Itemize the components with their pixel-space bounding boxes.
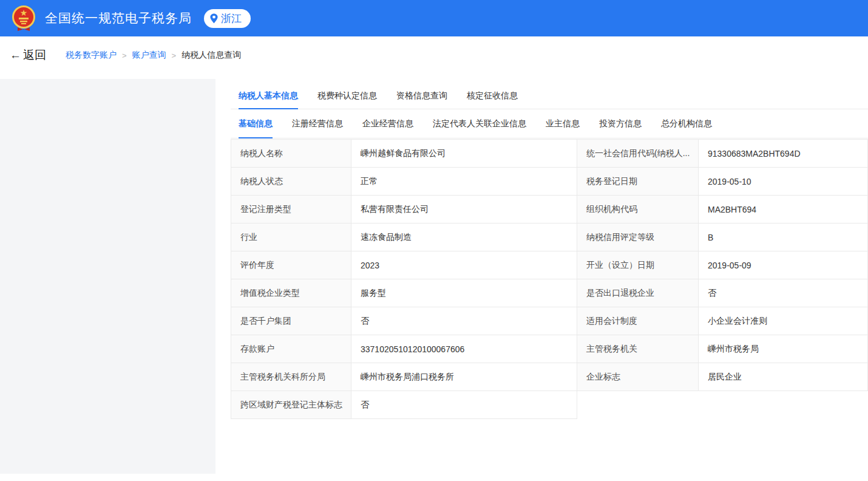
tab-tax-type-determination[interactable]: 税费种认定信息 — [317, 83, 377, 109]
field-value: 速冻食品制造 — [351, 223, 577, 251]
tab-qualification-query[interactable]: 资格信息查询 — [396, 83, 447, 109]
breadcrumb-separator: > — [122, 51, 127, 60]
field-value: 私营有限责任公司 — [351, 196, 577, 223]
field-label: 纳税信用评定等级 — [577, 223, 699, 251]
breadcrumb-item-current: 纳税人信息查询 — [181, 50, 241, 61]
app-title: 全国统一规范电子税务局 — [45, 10, 192, 27]
tab-owner-info[interactable]: 业主信息 — [546, 109, 580, 138]
field-label: 增值税企业类型 — [231, 279, 351, 307]
back-button[interactable]: ← 返回 — [10, 47, 46, 63]
field-label: 纳税人状态 — [231, 168, 351, 196]
region-badge[interactable]: 浙江 — [204, 9, 251, 28]
field-value: 3371020510120100067606 — [351, 335, 577, 363]
tab-basic-info[interactable]: 基础信息 — [239, 109, 273, 138]
field-label: 企业标志 — [577, 363, 699, 391]
field-value: 否 — [699, 279, 868, 307]
field-label: 主管税务机关 — [577, 335, 699, 363]
field-value: 服务型 — [351, 279, 577, 307]
field-label: 组织机构代码 — [577, 196, 699, 223]
app-header: ★ 全国统一规范电子税务局 浙江 — [0, 0, 868, 36]
field-label: 是否千户集团 — [231, 307, 351, 335]
field-label: 是否出口退税企业 — [577, 279, 699, 307]
taxpayer-info-table: 纳税人名称 嵊州越鲜食品有限公司 统一社会信用代码(纳税人... 9133068… — [231, 139, 868, 419]
location-pin-icon — [210, 13, 218, 24]
secondary-tab-bar: 基础信息 注册经营信息 企业经营信息 法定代表人关联企业信息 业主信息 投资方信… — [231, 109, 868, 138]
field-value: 91330683MA2BHT694D — [699, 140, 868, 168]
tab-legal-rep-related-enterprises[interactable]: 法定代表人关联企业信息 — [433, 109, 526, 138]
field-value: 2019-05-09 — [699, 251, 868, 279]
breadcrumb-item-tax-digital-account[interactable]: 税务数字账户 — [66, 50, 117, 61]
field-value: 小企业会计准则 — [699, 307, 868, 335]
field-label: 税务登记日期 — [577, 168, 699, 196]
field-label: 登记注册类型 — [231, 196, 351, 223]
field-label: 评价年度 — [231, 251, 351, 279]
breadcrumb-separator: > — [172, 51, 177, 60]
tab-enterprise-business-info[interactable]: 企业经营信息 — [362, 109, 413, 138]
field-label: 存款账户 — [231, 335, 351, 363]
field-value: 嵊州市税务局 — [699, 335, 868, 363]
breadcrumb: 税务数字账户 > 账户查询 > 纳税人信息查询 — [66, 50, 241, 61]
region-label: 浙江 — [221, 12, 242, 26]
field-label: 统一社会信用代码(纳税人... — [577, 140, 699, 168]
national-emblem-logo: ★ — [10, 4, 38, 32]
field-label: 纳税人名称 — [231, 140, 351, 168]
field-value: 2023 — [351, 251, 577, 279]
tab-investor-info[interactable]: 投资方信息 — [599, 109, 642, 138]
tab-assessed-collection[interactable]: 核定征收信息 — [467, 83, 518, 109]
field-value: 2019-05-10 — [699, 168, 868, 196]
field-label: 行业 — [231, 223, 351, 251]
tab-registration-business-info[interactable]: 注册经营信息 — [292, 109, 343, 138]
field-value: 否 — [351, 391, 577, 419]
empty-cell — [699, 391, 868, 419]
field-label: 跨区域财产税登记主体标志 — [231, 391, 351, 419]
field-value: B — [699, 223, 868, 251]
field-value: 嵊州越鲜食品有限公司 — [351, 140, 577, 168]
svg-text:★: ★ — [20, 8, 28, 18]
tab-taxpayer-basic-info[interactable]: 纳税人基本信息 — [239, 83, 298, 109]
back-label: 返回 — [23, 47, 46, 63]
field-label: 适用会计制度 — [577, 307, 699, 335]
tab-head-branch-info[interactable]: 总分机构信息 — [661, 109, 712, 138]
field-label: 主管税务机关科所分局 — [231, 363, 351, 391]
field-value: 否 — [351, 307, 577, 335]
primary-tab-bar: 纳税人基本信息 税费种认定信息 资格信息查询 核定征收信息 — [231, 83, 868, 109]
field-label: 开业（设立）日期 — [577, 251, 699, 279]
breadcrumb-item-account-query[interactable]: 账户查询 — [132, 50, 166, 61]
breadcrumb-bar: ← 返回 税务数字账户 > 账户查询 > 纳税人信息查询 — [0, 36, 868, 74]
left-panel — [0, 79, 215, 474]
field-value: 嵊州市税务局浦口税务所 — [351, 363, 577, 391]
empty-cell — [577, 391, 699, 419]
back-arrow-icon: ← — [10, 49, 21, 62]
field-value: 居民企业 — [699, 363, 868, 391]
field-value: MA2BHT694 — [699, 196, 868, 223]
field-value: 正常 — [351, 168, 577, 196]
